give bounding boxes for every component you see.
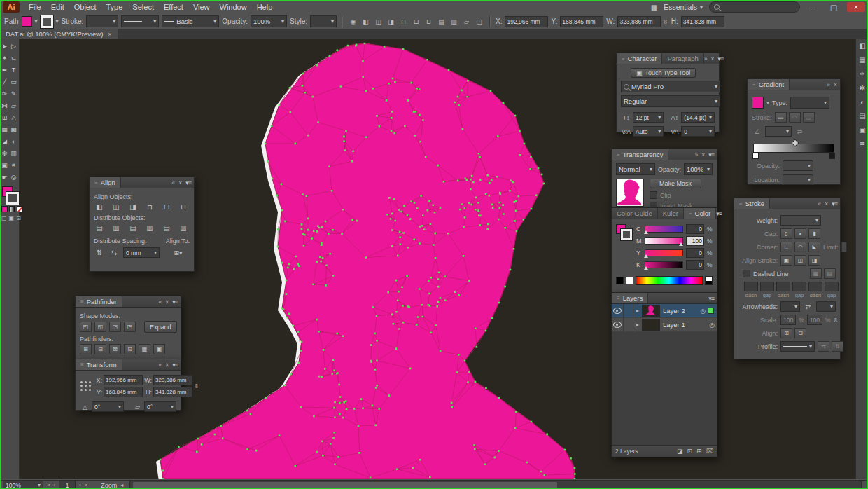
reverse-gradient-icon[interactable]: ⇄ [794,127,805,137]
recolor-artwork-icon[interactable]: ◉ [348,17,358,27]
panel-menu-icon[interactable]: ▾≡ [718,55,723,62]
disclosure-icon[interactable]: ▸ [634,308,642,314]
dash-gap-field[interactable] [792,282,806,291]
layer-name[interactable]: Layer 2 [663,307,700,315]
color-panel-icon[interactable]: ◧ [858,41,867,50]
collapse-icon[interactable]: » [704,55,708,62]
align-bottom-icon[interactable]: ⊔ [178,202,189,212]
artboard-number-field[interactable]: 1 [59,481,76,489]
tab-close-icon[interactable]: × [108,31,111,38]
transparency-opacity-select[interactable]: 100%▾ [684,163,713,175]
trim-icon[interactable]: ⊟ [94,344,106,354]
panel-menu-icon[interactable]: ▾≡ [708,295,714,302]
blend-mode-select[interactable]: Normal▾ [616,163,655,175]
make-mask-button[interactable]: Make Mask [650,179,701,188]
height-field[interactable]: 341,828 mm [681,16,724,27]
arrowhead-end-select[interactable]: ▾ [816,301,836,312]
layer-row[interactable]: ▸Layer 1◎ [612,318,717,332]
horizontal-scrollbar[interactable] [130,481,862,489]
miter-limit-field[interactable] [841,242,847,252]
clip-checkbox[interactable] [650,191,657,199]
transform-y-field[interactable]: 168,845 mm [104,387,143,397]
target-icon[interactable]: ◎ [700,308,706,315]
artboard-tool[interactable]: ▣ [0,159,9,171]
align-top-icon[interactable]: ⊓ [398,17,409,27]
restore-button[interactable]: ▢ [827,2,841,12]
color-tab[interactable]: ≡Color [684,208,716,219]
stroke-panel-tab[interactable]: ≡Stroke [734,198,770,209]
projecting-cap-icon[interactable]: ▮ [808,228,820,239]
link-scale-icon[interactable]: ∞ [832,317,839,322]
pencil-tool[interactable]: ✎ [9,88,18,99]
layers-panel-tab[interactable]: ≡Layers [612,293,648,303]
channel-slider[interactable] [645,249,683,256]
gradient-location-select[interactable]: ▾ [783,174,813,185]
rotate-angle-select[interactable]: 0°▾ [92,401,124,412]
arrowhead-start-select[interactable]: ▾ [780,301,800,312]
align-bottom-icon[interactable]: ⊔ [424,17,434,27]
document-tab[interactable]: DAT.ai @ 100% (CMYK/Preview) × [0,29,118,39]
hand-tool[interactable]: ☛ [0,171,9,183]
lock-cell[interactable] [624,304,634,317]
gradient-swatch[interactable] [752,97,764,109]
align-h-center-icon[interactable]: ◫ [111,202,122,212]
dash-gap-field[interactable] [744,282,758,291]
menu-file[interactable]: File [24,0,46,14]
color-spectrum[interactable] [636,276,703,285]
eyedropper-tool[interactable]: ◢ [0,135,9,147]
channel-value-field[interactable]: 0 [686,248,704,258]
dash-gap-field[interactable] [760,282,774,291]
symbol-sprayer-tool[interactable]: ✻ [0,147,9,159]
free-transform-tool[interactable]: ▱ [9,99,18,111]
screen-mode-icon[interactable]: ⊡ [16,215,21,221]
distribute-top-icon[interactable]: ▤ [94,223,105,233]
style-select[interactable]: ▾ [310,15,337,27]
rectangle-tool[interactable]: ▭ [9,76,18,88]
delete-layer-icon[interactable]: ⌧ [706,448,713,455]
width-profile-select[interactable]: ▾ [780,341,815,352]
magic-wand-tool[interactable]: ✶ [0,52,9,64]
blend-tool[interactable]: ◐ [9,135,18,147]
distribute-left-icon[interactable]: ▥ [144,223,155,233]
stroke-outside-icon[interactable]: ◨ [808,255,820,266]
perspective-grid-tool[interactable]: △ [9,111,18,123]
channel-value-field[interactable]: 0 [686,224,704,234]
menu-window[interactable]: Window [215,0,252,14]
eye-icon[interactable] [613,308,622,314]
distribute-v-center-icon[interactable]: ▥ [111,223,122,233]
character-panel-tab[interactable]: ≡Character [617,53,662,64]
channel-slider[interactable] [645,261,683,268]
collapse-icon[interactable]: « [159,361,162,369]
round-cap-icon[interactable]: ◗ [794,228,806,239]
align-left-icon[interactable]: ◧ [94,202,105,212]
stroke-proxy-swatch[interactable] [6,192,19,205]
menu-view[interactable]: View [188,0,215,14]
slider-marker-icon[interactable] [644,266,648,270]
width-profile-select[interactable]: ▾ [121,15,159,27]
divide-icon[interactable]: ⊞ [80,344,92,354]
panel-menu-icon[interactable]: ▾≡ [716,210,722,217]
dash-gap-field[interactable] [808,282,822,291]
stroke-center-icon[interactable]: ▣ [780,255,792,266]
collapse-icon[interactable]: « [818,200,822,207]
draw-normal-icon[interactable]: ▢ [1,215,7,221]
fill-color-swatch[interactable] [22,16,32,27]
transform-h-field[interactable]: 341,828 mm [153,387,192,397]
last-artboard-button[interactable]: » [85,482,88,488]
fill-caret-icon[interactable]: ▾ [35,18,38,25]
make-clip-mask-icon[interactable]: ◪ [677,448,683,455]
transform-icon[interactable]: ▱ [461,17,472,27]
graphic-styles-panel-icon[interactable]: ◐ [858,97,867,106]
menu-type[interactable]: Type [102,0,128,14]
scrollbar-thumb[interactable] [133,482,556,488]
round-join-icon[interactable]: ◠ [794,242,806,252]
distribute-h-space-icon[interactable]: ⇆ [108,248,120,258]
stroke-caret-icon[interactable]: ▾ [56,18,59,25]
menu-select[interactable]: Select [127,0,159,14]
channel-slider[interactable] [645,237,683,245]
close-icon[interactable]: × [178,179,182,186]
dash-gap-field[interactable] [825,282,839,291]
black-swatch[interactable] [616,277,624,284]
menu-help[interactable]: Help [252,0,278,14]
stroke-weight-select[interactable]: ▾ [86,15,118,27]
